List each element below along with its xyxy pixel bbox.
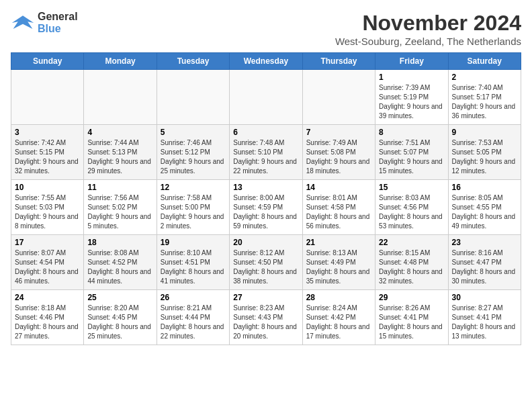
day-info: Sunrise: 7:42 AM Sunset: 5:15 PM Dayligh… (15, 138, 80, 176)
calendar-cell: 14Sunrise: 8:01 AM Sunset: 4:58 PM Dayli… (302, 180, 375, 235)
calendar-cell: 26Sunrise: 8:21 AM Sunset: 4:44 PM Dayli… (157, 290, 229, 345)
day-info: Sunrise: 8:15 AM Sunset: 4:48 PM Dayligh… (379, 248, 444, 286)
calendar-cell: 20Sunrise: 8:12 AM Sunset: 4:50 PM Dayli… (230, 235, 302, 290)
day-number: 2 (452, 73, 517, 82)
day-info: Sunrise: 7:40 AM Sunset: 5:17 PM Dayligh… (452, 83, 517, 121)
day-number: 28 (306, 293, 371, 302)
calendar-cell: 9Sunrise: 7:53 AM Sunset: 5:05 PM Daylig… (448, 125, 521, 180)
col-header-saturday: Saturday (448, 53, 521, 70)
day-number: 18 (87, 238, 152, 247)
calendar-cell: 28Sunrise: 8:24 AM Sunset: 4:42 PM Dayli… (302, 290, 375, 345)
svg-marker-0 (12, 15, 34, 29)
day-number: 24 (15, 293, 80, 302)
calendar-cell: 27Sunrise: 8:23 AM Sunset: 4:43 PM Dayli… (230, 290, 302, 345)
calendar-cell: 16Sunrise: 8:05 AM Sunset: 4:55 PM Dayli… (448, 180, 521, 235)
day-info: Sunrise: 8:08 AM Sunset: 4:52 PM Dayligh… (87, 248, 152, 286)
calendar-cell: 13Sunrise: 8:00 AM Sunset: 4:59 PM Dayli… (230, 180, 302, 235)
week-row-3: 10Sunrise: 7:55 AM Sunset: 5:03 PM Dayli… (11, 180, 521, 235)
day-number: 21 (306, 238, 371, 247)
day-number: 23 (452, 238, 517, 247)
day-number: 5 (161, 128, 226, 137)
calendar-cell (302, 70, 375, 125)
day-info: Sunrise: 7:48 AM Sunset: 5:10 PM Dayligh… (233, 138, 298, 176)
day-info: Sunrise: 8:23 AM Sunset: 4:43 PM Dayligh… (233, 304, 298, 341)
calendar-cell: 12Sunrise: 7:58 AM Sunset: 5:00 PM Dayli… (157, 180, 229, 235)
header: General Blue November 2024 West-Souburg,… (11, 11, 521, 47)
day-number: 25 (87, 293, 152, 302)
day-number: 3 (15, 128, 80, 137)
calendar-cell: 1Sunrise: 7:39 AM Sunset: 5:19 PM Daylig… (375, 70, 448, 125)
day-info: Sunrise: 8:00 AM Sunset: 4:59 PM Dayligh… (233, 193, 298, 231)
calendar-cell: 15Sunrise: 8:03 AM Sunset: 4:56 PM Dayli… (375, 180, 448, 235)
day-number: 7 (306, 128, 371, 137)
day-info: Sunrise: 8:24 AM Sunset: 4:42 PM Dayligh… (306, 304, 371, 341)
header-row: SundayMondayTuesdayWednesdayThursdayFrid… (11, 53, 521, 70)
day-number: 1 (379, 73, 444, 82)
day-info: Sunrise: 8:16 AM Sunset: 4:47 PM Dayligh… (452, 248, 517, 286)
month-title: November 2024 (335, 11, 521, 36)
day-info: Sunrise: 8:20 AM Sunset: 4:45 PM Dayligh… (87, 304, 152, 341)
calendar-table: SundayMondayTuesdayWednesdayThursdayFrid… (11, 52, 521, 345)
day-number: 30 (452, 293, 517, 302)
col-header-friday: Friday (375, 53, 448, 70)
day-number: 6 (233, 128, 298, 137)
day-info: Sunrise: 8:10 AM Sunset: 4:51 PM Dayligh… (161, 248, 226, 286)
day-number: 26 (161, 293, 226, 302)
col-header-monday: Monday (84, 53, 157, 70)
calendar-cell: 2Sunrise: 7:40 AM Sunset: 5:17 PM Daylig… (448, 70, 521, 125)
title-area: November 2024 West-Souburg, Zeeland, The… (335, 11, 521, 47)
day-info: Sunrise: 7:46 AM Sunset: 5:12 PM Dayligh… (161, 138, 226, 176)
calendar-cell: 4Sunrise: 7:44 AM Sunset: 5:13 PM Daylig… (84, 125, 157, 180)
week-row-2: 3Sunrise: 7:42 AM Sunset: 5:15 PM Daylig… (11, 125, 521, 180)
day-number: 15 (379, 183, 444, 192)
day-number: 19 (161, 238, 226, 247)
day-info: Sunrise: 7:58 AM Sunset: 5:00 PM Dayligh… (161, 193, 226, 231)
calendar-cell: 6Sunrise: 7:48 AM Sunset: 5:10 PM Daylig… (230, 125, 302, 180)
day-info: Sunrise: 8:26 AM Sunset: 4:41 PM Dayligh… (379, 304, 444, 341)
day-info: Sunrise: 8:05 AM Sunset: 4:55 PM Dayligh… (452, 193, 517, 231)
logo-icon (11, 11, 35, 35)
day-number: 13 (233, 183, 298, 192)
day-number: 27 (233, 293, 298, 302)
calendar-cell: 18Sunrise: 8:08 AM Sunset: 4:52 PM Dayli… (84, 235, 157, 290)
calendar-cell (11, 70, 84, 125)
calendar-cell: 24Sunrise: 8:18 AM Sunset: 4:46 PM Dayli… (11, 290, 84, 345)
day-number: 8 (379, 128, 444, 137)
day-number: 17 (15, 238, 80, 247)
day-info: Sunrise: 8:18 AM Sunset: 4:46 PM Dayligh… (15, 304, 80, 341)
day-number: 10 (15, 183, 80, 192)
day-number: 16 (452, 183, 517, 192)
week-row-1: 1Sunrise: 7:39 AM Sunset: 5:19 PM Daylig… (11, 70, 521, 125)
calendar-cell: 30Sunrise: 8:27 AM Sunset: 4:41 PM Dayli… (448, 290, 521, 345)
day-info: Sunrise: 7:56 AM Sunset: 5:02 PM Dayligh… (87, 193, 152, 231)
col-header-thursday: Thursday (302, 53, 375, 70)
col-header-sunday: Sunday (11, 53, 84, 70)
day-info: Sunrise: 8:21 AM Sunset: 4:44 PM Dayligh… (161, 304, 226, 341)
logo: General Blue (11, 11, 78, 35)
day-number: 4 (87, 128, 152, 137)
calendar-cell: 11Sunrise: 7:56 AM Sunset: 5:02 PM Dayli… (84, 180, 157, 235)
day-number: 20 (233, 238, 298, 247)
day-number: 14 (306, 183, 371, 192)
day-info: Sunrise: 8:13 AM Sunset: 4:49 PM Dayligh… (306, 248, 371, 286)
calendar-cell: 3Sunrise: 7:42 AM Sunset: 5:15 PM Daylig… (11, 125, 84, 180)
day-info: Sunrise: 7:49 AM Sunset: 5:08 PM Dayligh… (306, 138, 371, 176)
day-info: Sunrise: 7:53 AM Sunset: 5:05 PM Dayligh… (452, 138, 517, 176)
location-subtitle: West-Souburg, Zeeland, The Netherlands (335, 36, 521, 47)
day-info: Sunrise: 7:55 AM Sunset: 5:03 PM Dayligh… (15, 193, 80, 231)
calendar-cell: 10Sunrise: 7:55 AM Sunset: 5:03 PM Dayli… (11, 180, 84, 235)
day-number: 11 (87, 183, 152, 192)
col-header-wednesday: Wednesday (230, 53, 302, 70)
day-info: Sunrise: 8:01 AM Sunset: 4:58 PM Dayligh… (306, 193, 371, 231)
day-info: Sunrise: 8:07 AM Sunset: 4:54 PM Dayligh… (15, 248, 80, 286)
day-info: Sunrise: 7:39 AM Sunset: 5:19 PM Dayligh… (379, 83, 444, 121)
calendar-cell (230, 70, 302, 125)
day-info: Sunrise: 8:03 AM Sunset: 4:56 PM Dayligh… (379, 193, 444, 231)
calendar-cell: 7Sunrise: 7:49 AM Sunset: 5:08 PM Daylig… (302, 125, 375, 180)
week-row-4: 17Sunrise: 8:07 AM Sunset: 4:54 PM Dayli… (11, 235, 521, 290)
day-info: Sunrise: 8:12 AM Sunset: 4:50 PM Dayligh… (233, 248, 298, 286)
day-info: Sunrise: 7:51 AM Sunset: 5:07 PM Dayligh… (379, 138, 444, 176)
calendar-cell: 5Sunrise: 7:46 AM Sunset: 5:12 PM Daylig… (157, 125, 229, 180)
calendar-cell (157, 70, 229, 125)
calendar-cell: 17Sunrise: 8:07 AM Sunset: 4:54 PM Dayli… (11, 235, 84, 290)
